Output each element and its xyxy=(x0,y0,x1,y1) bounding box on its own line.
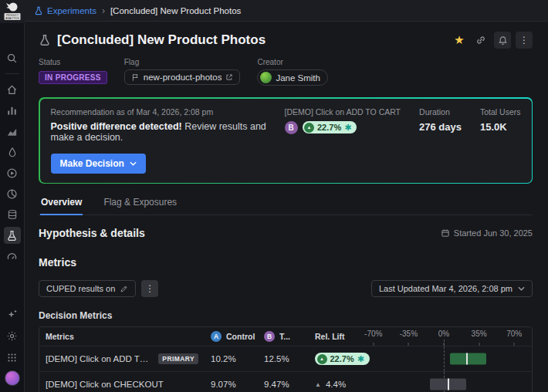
calendar-icon xyxy=(441,228,450,238)
area-chart-icon[interactable] xyxy=(4,123,21,140)
total-users-value: 15.0K xyxy=(480,121,521,133)
axis-tick-label: 0% xyxy=(438,329,449,338)
point-estimate-marker xyxy=(448,379,449,390)
app-logo[interactable]: PRODUCT ANALYTICS xyxy=(0,0,25,23)
creator-pill[interactable]: Jane Smith xyxy=(257,69,328,86)
metrics-heading: Metrics xyxy=(39,256,533,269)
arrow-up-icon: ▲ xyxy=(315,381,321,388)
confidence-interval-chart xyxy=(356,346,532,371)
metric-name: [DEMO] Click on CHECKOUT xyxy=(46,380,164,389)
creator-group: Creator Jane Smith xyxy=(257,58,328,86)
chevron-down-icon xyxy=(518,286,525,291)
winner-metric-name: [DEMO] Click on ADD TO CART xyxy=(285,107,401,117)
droplet-icon[interactable] xyxy=(4,144,21,161)
flask-icon xyxy=(39,34,51,46)
table-row[interactable]: [DEMO] Click on ADD TO CART PRIMARY 10.2… xyxy=(39,346,532,371)
bar-chart-icon[interactable] xyxy=(4,102,21,119)
user-avatar[interactable] xyxy=(5,370,20,386)
tab-overview[interactable]: Overview xyxy=(40,194,83,215)
winner-lift-value: 22.7% xyxy=(317,123,341,132)
search-icon[interactable] xyxy=(4,49,21,66)
control-header-label: Control xyxy=(226,332,255,341)
axis-tick-label: -35% xyxy=(400,329,418,338)
variant-b-badge: B xyxy=(264,331,275,342)
test-value: 12.5% xyxy=(258,354,309,363)
test-value: 9.47% xyxy=(258,380,309,389)
notification-bell-icon[interactable] xyxy=(494,32,511,49)
chevron-down-icon xyxy=(130,161,137,166)
make-decision-button[interactable]: Make Decision xyxy=(51,154,146,174)
col-header-metrics: Metrics xyxy=(39,332,205,341)
winner-lift-pill: ▲ 22.7% ✱ xyxy=(303,121,357,133)
gear-icon[interactable] xyxy=(4,327,21,344)
table-row[interactable]: [DEMO] Click on CHECKOUT 9.07% 9.47% ▲ 4… xyxy=(39,371,532,392)
recommendation-headline: Positive difference detected! xyxy=(51,121,182,132)
database-icon[interactable] xyxy=(4,206,21,223)
confetti-icon: ✱ xyxy=(344,123,351,132)
col-header-rel-lift: Rel. Lift xyxy=(309,332,356,341)
axis-tick-label: 70% xyxy=(506,329,522,338)
gauge-icon[interactable] xyxy=(4,248,21,265)
control-value: 10.2% xyxy=(205,354,258,363)
status-badge: IN PROGRESS xyxy=(39,71,107,84)
apps-grid-icon[interactable] xyxy=(4,349,21,366)
play-icon[interactable] xyxy=(4,164,21,181)
breadcrumb-current: [Concluded] New Product Photos xyxy=(110,6,241,15)
duration-value: 276 days xyxy=(419,121,462,133)
last-updated-dropdown[interactable]: Last Updated Mar 4, 2026, 2:08 pm xyxy=(371,280,533,297)
flag-label: Flag xyxy=(124,58,241,66)
duration-label: Duration xyxy=(419,107,462,117)
rel-lift-value: 22.7% xyxy=(330,354,354,363)
recommendation-banner: Recommendation as of Mar 4, 2026, 2:08 p… xyxy=(39,97,533,184)
external-link-icon xyxy=(225,73,233,81)
sparkle-icon[interactable] xyxy=(4,306,21,323)
tab-flag-exposures[interactable]: Flag & Exposures xyxy=(103,194,178,215)
variant-a-badge: A xyxy=(211,331,222,342)
variant-b-badge: B xyxy=(285,121,298,134)
feature-flag-name: new-product-photos xyxy=(144,73,222,82)
sidebar: PRODUCT ANALYTICS xyxy=(0,0,25,392)
pencil-icon xyxy=(120,285,128,293)
last-updated-label: Last Updated Mar 4, 2026, 2:08 pm xyxy=(379,284,512,293)
favorite-star-icon[interactable]: ★ xyxy=(451,32,468,49)
primary-badge: PRIMARY xyxy=(158,353,198,364)
test-header-label: T... xyxy=(279,332,290,341)
started-date: Started Jun 30, 2025 xyxy=(441,228,533,238)
confidence-interval-chart xyxy=(356,372,532,392)
point-estimate-marker xyxy=(466,353,468,365)
duration-group: Duration 276 days xyxy=(419,107,462,133)
creator-label: Creator xyxy=(257,58,328,66)
lift-axis-header: -70% -35% 0% 35% 70% xyxy=(356,327,532,346)
decision-metrics-table: Metrics A Control B T... Rel. Lift -70% … xyxy=(39,326,533,392)
metrics-kebab-icon[interactable]: ⋮ xyxy=(141,280,158,297)
cuped-toggle-button[interactable]: CUPED results on xyxy=(39,280,136,297)
col-header-control: A Control xyxy=(205,331,258,342)
flask-icon xyxy=(34,6,43,15)
sidebar-divider xyxy=(5,73,19,74)
feature-flag-pill[interactable]: new-product-photos xyxy=(124,69,241,85)
share-link-icon[interactable] xyxy=(472,32,489,49)
creator-name: Jane Smith xyxy=(276,73,320,83)
winner-metric-group: [DEMO] Click on ADD TO CART B ▲ 22.7% ✱ xyxy=(285,107,401,134)
status-group: Status IN PROGRESS xyxy=(39,58,107,86)
control-value: 9.07% xyxy=(205,380,258,389)
flag-group: Flag new-product-photos xyxy=(124,58,241,86)
arrow-up-icon: ▲ xyxy=(317,354,327,364)
table-header-row: Metrics A Control B T... Rel. Lift -70% … xyxy=(39,327,532,346)
total-users-label: Total Users xyxy=(480,107,521,117)
make-decision-label: Make Decision xyxy=(60,158,124,169)
axis-tick-label: -70% xyxy=(364,329,382,338)
more-options-kebab-icon[interactable]: ⋮ xyxy=(516,32,533,49)
hypothesis-heading: Hypothesis & details xyxy=(39,227,145,239)
main-content: [Concluded] New Product Photos ★ ⋮ Statu… xyxy=(25,22,548,392)
breadcrumb-experiments[interactable]: Experiments xyxy=(34,6,96,15)
flask-icon[interactable] xyxy=(4,227,21,244)
breadcrumb-separator: › xyxy=(102,5,105,16)
status-label: Status xyxy=(39,58,107,66)
arrow-up-icon: ▲ xyxy=(304,123,314,133)
home-icon[interactable] xyxy=(4,81,21,98)
pie-chart-icon[interactable] xyxy=(4,185,21,202)
confidence-interval-bar xyxy=(450,353,486,365)
decision-metrics-heading: Decision Metrics xyxy=(39,310,533,321)
metric-name: [DEMO] Click on ADD TO CART xyxy=(46,354,154,363)
